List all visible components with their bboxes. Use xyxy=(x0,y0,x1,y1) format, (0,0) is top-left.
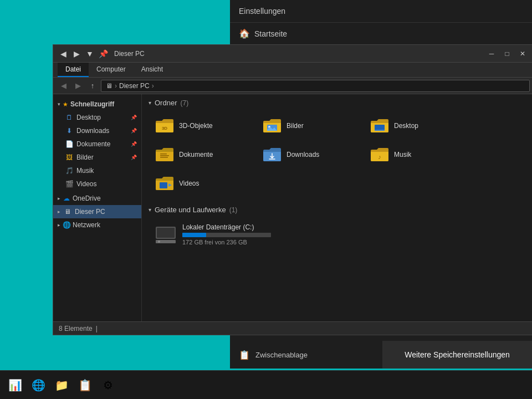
ribbon-tabs: Datei Computer Ansicht xyxy=(53,63,532,77)
folder-videos[interactable]: Videos xyxy=(149,170,254,197)
title-icon-back[interactable]: ◀ xyxy=(58,48,69,59)
drive-c-space: 172 GB frei von 236 GB xyxy=(182,239,298,245)
sidebar-item-bilder[interactable]: 🖼 Bilder 📌 xyxy=(53,151,141,164)
svg-text:3D: 3D xyxy=(162,126,167,131)
taskbar-icon-settings[interactable]: ⚙ xyxy=(98,375,119,396)
address-pc-icon: 🖥 xyxy=(106,82,112,90)
folder-dokumente-icon xyxy=(155,146,175,163)
musik-icon: 🎵 xyxy=(65,167,73,175)
chevron-right-icon2: ▸ xyxy=(58,209,60,214)
svg-rect-7 xyxy=(160,157,168,158)
folder-downloads-label: Downloads xyxy=(287,151,319,158)
pin-dokumente-icon: 📌 xyxy=(131,141,137,147)
title-icon-up[interactable]: ▼ xyxy=(84,48,95,59)
taskbar-icon-clipboard[interactable]: 📋 xyxy=(74,375,95,396)
netzwerk-label: Netzwerk xyxy=(73,221,137,229)
title-bar-icons: ◀ ▶ ▼ 📌 xyxy=(58,48,109,59)
weitere-speicher-button[interactable]: Weitere Speichereinstellungen xyxy=(382,341,532,369)
sidebar-item-dieser-pc[interactable]: ▸ 🖥 Dieser PC xyxy=(53,205,141,218)
computer-icon: 🖥 xyxy=(64,208,71,216)
nav-up-button[interactable]: ↑ xyxy=(86,80,99,92)
folder-videos-label: Videos xyxy=(179,180,199,187)
weitere-label: Weitere Speichereinstellungen xyxy=(405,350,510,359)
sidebar-label-desktop: Desktop xyxy=(76,114,127,121)
pin-desktop-icon: 📌 xyxy=(131,115,137,120)
pin-icon[interactable]: 📌 xyxy=(98,48,109,59)
nav-forward-button[interactable]: ▶ xyxy=(72,80,84,92)
sidebar-label-bilder: Bilder xyxy=(76,154,127,161)
onedrive-header[interactable]: ▸ ☁ OneDrive xyxy=(53,192,141,205)
folder-musik-icon: ♪ xyxy=(370,146,390,163)
folder-desktop-label: Desktop xyxy=(394,122,418,130)
schnellzugriff-section: ▾ ★ Schnellzugriff 🗒 Desktop 📌 ⬇ Downloa… xyxy=(53,98,141,191)
folder-3d-label: 3D-Objekte xyxy=(179,122,213,130)
folder-musik[interactable]: ♪ Musik xyxy=(364,141,469,168)
folder-videos-icon xyxy=(155,175,175,192)
drive-c-bar-container xyxy=(182,233,271,237)
main-content: ▾ Ordner (7) 3D 3D-Objekte xyxy=(142,94,532,321)
drive-c-icon xyxy=(155,223,177,245)
explorer-window: ◀ ▶ ▼ 📌 Dieser PC ─ □ ✕ Datei Computer A… xyxy=(53,44,532,335)
folder-grid: 3D 3D-Objekte xyxy=(149,112,528,197)
sidebar-item-downloads[interactable]: ⬇ Downloads 📌 xyxy=(53,124,141,137)
sidebar: ▾ ★ Schnellzugriff 🗒 Desktop 📌 ⬇ Downloa… xyxy=(53,94,142,321)
close-button[interactable]: ✕ xyxy=(515,48,530,59)
chevron-down-icon: ▾ xyxy=(58,101,60,107)
folder-dokumente[interactable]: Dokumente xyxy=(149,141,254,168)
folder-3d-objekte[interactable]: 3D 3D-Objekte xyxy=(149,112,254,139)
zwischenablage-label: Zwischenablage xyxy=(255,351,308,359)
folder-desktop[interactable]: Desktop xyxy=(364,112,469,139)
nav-bar: ◀ ▶ ↑ 🖥 › Dieser PC › xyxy=(53,78,532,94)
status-label: 8 Elemente xyxy=(59,325,93,332)
status-bar: 8 Elemente | xyxy=(53,321,532,335)
desktop-icon: 🗒 xyxy=(65,114,73,121)
pin-bilder-icon: 📌 xyxy=(131,155,137,160)
minimize-button[interactable]: ─ xyxy=(484,48,499,59)
sidebar-item-videos[interactable]: 🎬 Videos xyxy=(53,177,141,191)
settings-nav-label: Startseite xyxy=(254,29,287,38)
downloads-icon: ⬇ xyxy=(65,127,73,135)
ribbon: Datei Computer Ansicht xyxy=(53,63,532,78)
taskbar-icon-browser[interactable]: 🌐 xyxy=(28,375,49,396)
chevron-right-icon3: ▸ xyxy=(58,222,60,228)
sidebar-item-desktop[interactable]: 🗒 Desktop 📌 xyxy=(53,111,141,124)
schnellzugriff-header[interactable]: ▾ ★ Schnellzugriff xyxy=(53,98,141,111)
content-area: ▾ ★ Schnellzugriff 🗒 Desktop 📌 ⬇ Downloa… xyxy=(53,94,532,321)
folder-downloads[interactable]: Downloads xyxy=(256,141,361,168)
folder-bilder-label: Bilder xyxy=(287,122,304,130)
tab-computer[interactable]: Computer xyxy=(89,63,134,77)
sidebar-item-musik[interactable]: 🎵 Musik xyxy=(53,164,141,177)
svg-rect-10 xyxy=(160,182,167,188)
address-bar[interactable]: 🖥 › Dieser PC › xyxy=(101,80,530,92)
tab-datei[interactable]: Datei xyxy=(58,63,89,77)
svg-rect-5 xyxy=(160,154,167,155)
sidebar-item-dokumente[interactable]: 📄 Dokumente 📌 xyxy=(53,137,141,151)
netzwerk-icon: 🌐 xyxy=(63,221,70,229)
sidebar-label-musik: Musik xyxy=(76,167,137,175)
nav-back-button[interactable]: ◀ xyxy=(58,80,70,92)
laufwerke-chevron-icon: ▾ xyxy=(149,207,151,213)
settings-nav[interactable]: 🏠 Startseite xyxy=(230,23,532,45)
taskbar-icon-explorer[interactable]: 📁 xyxy=(51,375,72,396)
sidebar-label-downloads: Downloads xyxy=(76,127,127,135)
folder-3d-icon: 3D xyxy=(155,117,175,134)
pin-downloads-icon: 📌 xyxy=(131,128,137,134)
ordner-chevron-icon: ▾ xyxy=(149,100,151,106)
drive-c-name: Lokaler Datenträger (C:) xyxy=(182,223,298,231)
taskbar: 📊 🌐 📁 📋 ⚙ xyxy=(0,370,532,399)
settings-header-label: Einstellungen xyxy=(239,7,285,16)
netzwerk-header[interactable]: ▸ 🌐 Netzwerk xyxy=(53,218,141,232)
title-bar: ◀ ▶ ▼ 📌 Dieser PC ─ □ ✕ xyxy=(53,45,532,63)
taskbar-icon-chart[interactable]: 📊 xyxy=(4,375,25,396)
maximize-button[interactable]: □ xyxy=(500,48,514,59)
svg-point-14 xyxy=(158,241,160,243)
window-controls: ─ □ ✕ xyxy=(484,48,530,59)
laufwerke-title: Geräte und Laufwerke xyxy=(155,206,226,214)
folder-bilder[interactable]: Bilder xyxy=(256,112,361,139)
drive-c[interactable]: Lokaler Datenträger (C:) 172 GB frei von… xyxy=(149,219,304,249)
ordner-count: (7) xyxy=(180,99,188,107)
tab-ansicht[interactable]: Ansicht xyxy=(134,63,171,77)
title-icon-forward[interactable]: ▶ xyxy=(71,48,82,59)
dieser-pc-label: Dieser PC xyxy=(75,208,137,216)
svg-rect-12 xyxy=(157,228,175,238)
